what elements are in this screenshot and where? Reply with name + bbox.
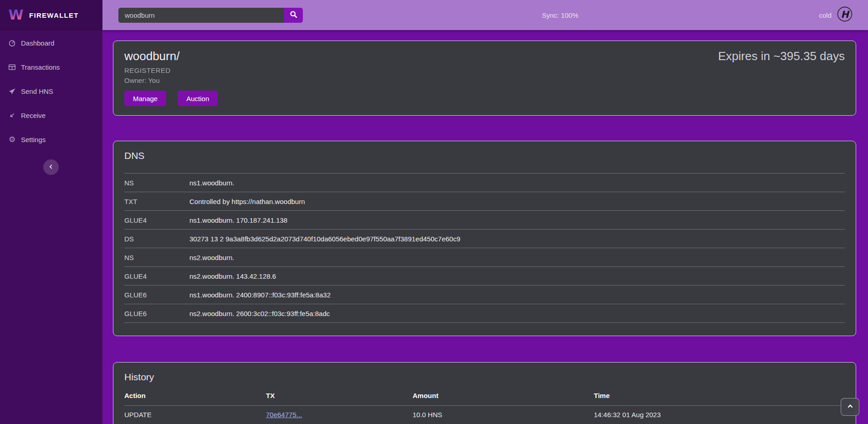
sidebar-item-receive[interactable]: Receive [8, 110, 94, 121]
sidebar-collapse-button[interactable] [43, 159, 59, 175]
domain-card: woodburn/ Expires in ~395.35 days REGIST… [113, 41, 856, 116]
sidebar-item-transactions[interactable]: Transactions [8, 61, 94, 72]
domain-status-badge: REGISTERED [124, 66, 845, 74]
sidebar-nav: Dashboard Transactions Send HNS [0, 31, 102, 145]
firewallet-logo-icon: W [7, 5, 25, 26]
dns-record-value: 30273 13 2 9a3a8fb3d625d2a2073d740f10da6… [189, 230, 845, 248]
auction-button[interactable]: Auction [178, 91, 218, 106]
sidebar-item-label: Receive [21, 112, 46, 119]
dns-record-type: NS [124, 248, 189, 267]
history-row: UPDATE 70e64775... 10.0 HNS 14:46:32 01 … [124, 405, 845, 424]
chevron-up-icon [847, 403, 854, 411]
sidebar: W FIREWALLET Dashboard Transact [0, 0, 102, 424]
dashboard-icon [8, 39, 16, 47]
history-col-amount: Amount [413, 386, 594, 405]
dns-record-type: GLUE6 [124, 304, 189, 323]
history-action: UPDATE [124, 405, 266, 424]
sidebar-item-settings[interactable]: ⚙ Settings [8, 134, 94, 145]
history-col-time: Time [594, 386, 845, 405]
chevron-left-icon [48, 163, 54, 171]
dns-record-type: DS [124, 230, 189, 248]
search-group [118, 8, 303, 23]
history-card: History Action TX Amount Time UPDATE 70e… [113, 362, 856, 424]
brand-name: FIREWALLET [29, 11, 79, 19]
dns-record-value: ns2.woodburn. 2600:3c02::f03c:93ff:fe5a:… [189, 304, 845, 323]
sidebar-item-label: Settings [21, 136, 46, 143]
dns-record-row: TXT Controlled by https://nathan.woodbur… [124, 192, 845, 211]
topbar: Sync: 100% cold H [102, 0, 868, 30]
search-icon [290, 10, 297, 20]
domain-owner-text: Owner: You [124, 77, 845, 84]
dns-record-row: GLUE4 ns2.woodburn. 143.42.128.6 [124, 267, 845, 286]
dns-record-row: GLUE4 ns1.woodburn. 170.187.241.138 [124, 211, 845, 230]
dns-record-row: NS ns2.woodburn. [124, 248, 845, 267]
dns-record-value: ns2.woodburn. 143.42.128.6 [189, 267, 845, 286]
handshake-logo-icon[interactable]: H [837, 6, 853, 24]
dns-record-value: Controlled by https://nathan.woodburn [189, 192, 845, 211]
sidebar-item-send-hns[interactable]: Send HNS [8, 86, 94, 97]
brand: W FIREWALLET [0, 0, 102, 31]
history-time: 14:46:32 01 Aug 2023 [594, 405, 845, 424]
history-amount: 10.0 HNS [413, 405, 594, 424]
dns-record-value: ns2.woodburn. [189, 248, 845, 267]
transactions-icon [8, 63, 16, 71]
search-input[interactable] [118, 8, 284, 23]
scroll-to-top-button[interactable] [841, 398, 859, 416]
main-content: woodburn/ Expires in ~395.35 days REGIST… [102, 30, 868, 424]
dns-card: DNS NS ns1.woodburn. TXT Controlled by h… [113, 141, 856, 336]
search-button[interactable] [284, 8, 303, 23]
svg-text:H: H [841, 9, 850, 20]
sidebar-item-label: Send HNS [21, 87, 53, 95]
dns-records-table: NS ns1.woodburn. TXT Controlled by https… [124, 173, 845, 323]
dns-record-row: DS 30273 13 2 9a3a8fb3d625d2a2073d740f10… [124, 230, 845, 248]
dns-record-type: NS [124, 174, 189, 192]
domain-name-title: woodburn/ [124, 49, 179, 63]
gear-icon: ⚙ [8, 136, 16, 143]
dns-record-value: ns1.woodburn. [189, 174, 845, 192]
domain-expiry-text: Expires in ~395.35 days [718, 49, 845, 63]
sidebar-item-dashboard[interactable]: Dashboard [8, 37, 94, 48]
dns-card-title: DNS [124, 150, 845, 161]
send-icon [8, 87, 16, 95]
dns-record-type: TXT [124, 192, 189, 211]
history-col-tx: TX [266, 386, 413, 405]
dns-record-row: GLUE6 ns1.woodburn. 2400:8907::f03c:93ff… [124, 286, 845, 304]
tx-link[interactable]: 70e64775... [266, 411, 302, 419]
manage-button[interactable]: Manage [124, 91, 166, 106]
dns-record-type: GLUE4 [124, 211, 189, 230]
history-header-row: Action TX Amount Time [124, 386, 845, 405]
dns-record-type: GLUE6 [124, 286, 189, 304]
receive-icon [8, 112, 16, 119]
dns-record-row: GLUE6 ns2.woodburn. 2600:3c02::f03c:93ff… [124, 304, 845, 323]
sidebar-item-label: Dashboard [21, 39, 54, 47]
dns-record-value: ns1.woodburn. 170.187.241.138 [189, 211, 845, 230]
dns-record-value: ns1.woodburn. 2400:8907::f03c:93ff:fe5a:… [189, 286, 845, 304]
sync-status: Sync: 100% [542, 11, 578, 19]
history-col-action: Action [124, 386, 266, 405]
history-table: Action TX Amount Time UPDATE 70e64775...… [124, 386, 845, 424]
sidebar-item-label: Transactions [21, 63, 60, 71]
dns-record-type: GLUE4 [124, 267, 189, 286]
wallet-mode-label: cold [819, 11, 832, 19]
history-card-title: History [124, 372, 845, 383]
wallet-status: cold H [819, 6, 853, 24]
svg-text:W: W [8, 7, 23, 23]
dns-record-row: NS ns1.woodburn. [124, 174, 845, 192]
